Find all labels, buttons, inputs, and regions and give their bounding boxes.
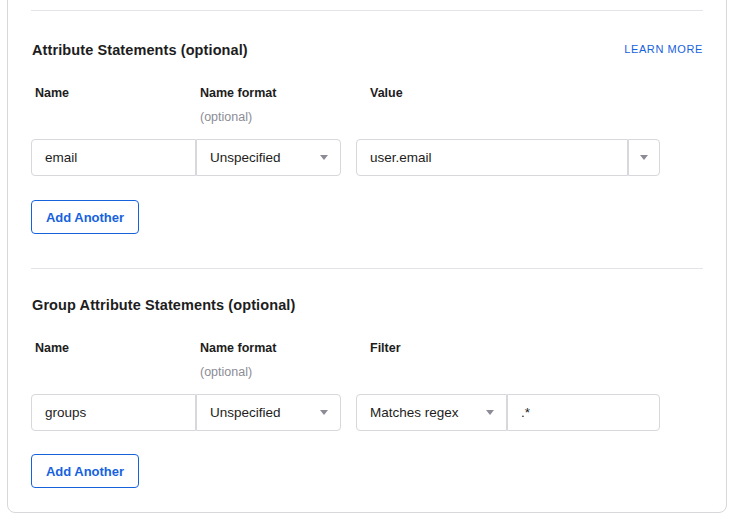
group-attribute-name-input[interactable] <box>31 394 196 431</box>
column-label-name: Name <box>35 341 69 355</box>
column-label-name-format: Name format <box>200 341 276 355</box>
chevron-down-icon <box>640 155 648 160</box>
column-label-name: Name <box>35 86 69 100</box>
column-sublabel-optional: (optional) <box>200 365 252 379</box>
section-divider-top <box>31 10 703 11</box>
section-divider-middle <box>31 268 703 269</box>
add-another-group-attribute-button[interactable]: Add Another <box>31 454 139 488</box>
chevron-down-icon <box>320 155 328 160</box>
saml-settings-card <box>7 0 727 513</box>
group-filter-type-selected: Matches regex <box>370 405 459 420</box>
learn-more-link[interactable]: LEARN MORE <box>624 43 703 55</box>
column-label-value: Value <box>370 86 403 100</box>
attribute-value-dropdown-button[interactable] <box>628 139 660 176</box>
chevron-down-icon <box>486 410 494 415</box>
attribute-name-format-selected: Unspecified <box>210 150 281 165</box>
attribute-value-input[interactable] <box>356 139 628 176</box>
attribute-name-format-select[interactable]: Unspecified <box>196 139 341 176</box>
column-sublabel-optional: (optional) <box>200 110 252 124</box>
column-label-name-format: Name format <box>200 86 276 100</box>
column-label-filter: Filter <box>370 341 401 355</box>
group-filter-value-input[interactable] <box>507 394 660 431</box>
group-name-format-select[interactable]: Unspecified <box>196 394 341 431</box>
add-another-attribute-button[interactable]: Add Another <box>31 200 139 234</box>
group-attribute-statements-title: Group Attribute Statements (optional) <box>32 297 295 313</box>
group-filter-type-select[interactable]: Matches regex <box>356 394 507 431</box>
chevron-down-icon <box>320 410 328 415</box>
attribute-name-input[interactable] <box>31 139 196 176</box>
group-name-format-selected: Unspecified <box>210 405 281 420</box>
attribute-statements-title: Attribute Statements (optional) <box>32 42 248 58</box>
